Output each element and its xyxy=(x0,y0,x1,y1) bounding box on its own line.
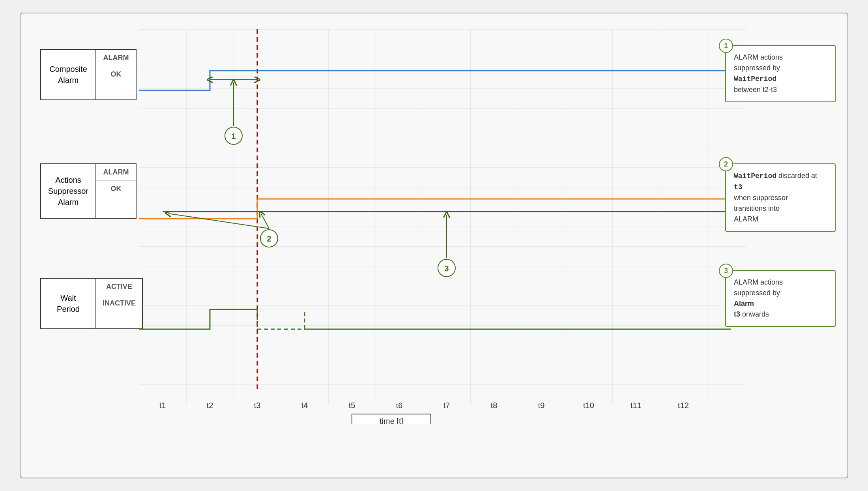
svg-text:time [t]: time [t] xyxy=(380,417,403,424)
wait-period-states: ACTIVE INACTIVE xyxy=(96,279,142,328)
suppressor-alarm-states: ALARM OK xyxy=(96,164,136,218)
svg-text:t4: t4 xyxy=(301,401,308,410)
svg-text:t8: t8 xyxy=(491,401,498,410)
svg-text:t9: t9 xyxy=(538,401,545,410)
svg-rect-3 xyxy=(139,29,746,404)
composite-alarm-state-alarm: ALARM xyxy=(96,50,136,66)
composite-alarm-states: ALARM OK xyxy=(96,50,136,99)
svg-text:t10: t10 xyxy=(583,401,594,410)
wait-period-label: WaitPeriod ACTIVE INACTIVE xyxy=(40,278,143,329)
annotation-box-2: 2 WaitPeriod discarded at t3 when suppre… xyxy=(725,163,836,232)
svg-text:t3: t3 xyxy=(254,401,261,410)
composite-alarm-state-ok: OK xyxy=(96,66,136,82)
composite-alarm-title: CompositeAlarm xyxy=(41,50,96,99)
annotation-number-3: 3 xyxy=(719,264,733,278)
svg-text:t12: t12 xyxy=(678,401,689,410)
suppressor-alarm-label: ActionsSuppressorAlarm ALARM OK xyxy=(40,163,137,219)
annotation-text-1: ALARM actionssuppressed byWaitPeriodbetw… xyxy=(734,52,827,95)
diagram-container: CompositeAlarm ALARM OK ActionsSuppresso… xyxy=(20,13,848,478)
suppressor-alarm-state-alarm: ALARM xyxy=(96,164,136,181)
wait-period-state-inactive: INACTIVE xyxy=(96,295,142,311)
wait-period-title: WaitPeriod xyxy=(41,279,96,328)
svg-text:t2: t2 xyxy=(207,401,213,410)
svg-text:t6: t6 xyxy=(396,401,403,410)
chart-svg: 1 2 3 t1 t2 t3 t4 t5 t6 t7 t8 t9 t10 t11… xyxy=(139,29,746,424)
annotation-box-3: 3 ALARM actionssuppressed byAlarmt3 onwa… xyxy=(725,270,836,327)
svg-text:t11: t11 xyxy=(630,401,642,410)
annotation-text-2: WaitPeriod discarded at t3 when suppress… xyxy=(734,171,827,225)
suppressor-alarm-state-ok: OK xyxy=(96,181,136,197)
annotation-text-3: ALARM actionssuppressed byAlarmt3 onward… xyxy=(734,277,827,320)
svg-text:t5: t5 xyxy=(349,401,355,410)
svg-text:3: 3 xyxy=(444,264,449,273)
svg-text:1: 1 xyxy=(231,132,236,141)
wait-period-state-active: ACTIVE xyxy=(96,279,142,295)
annotation-number-1: 1 xyxy=(719,39,733,53)
composite-alarm-label: CompositeAlarm ALARM OK xyxy=(40,49,137,100)
svg-text:t1: t1 xyxy=(159,401,166,410)
svg-text:2: 2 xyxy=(267,234,271,243)
annotation-number-2: 2 xyxy=(719,157,733,171)
suppressor-alarm-title: ActionsSuppressorAlarm xyxy=(41,164,96,218)
annotation-box-1: 1 ALARM actionssuppressed byWaitPeriodbe… xyxy=(725,45,836,102)
svg-text:t7: t7 xyxy=(443,401,450,410)
